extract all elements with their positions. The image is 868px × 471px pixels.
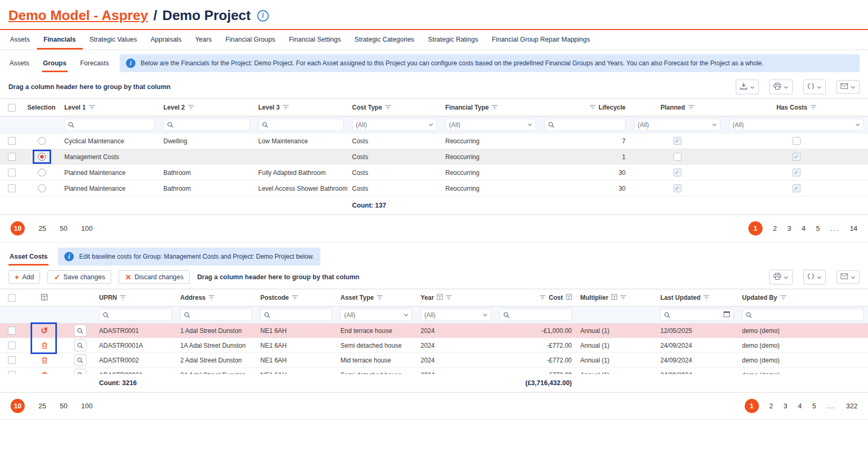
planned-filter-select[interactable]: (All) <box>634 119 720 131</box>
delete-icon[interactable] <box>42 357 47 364</box>
selection-radio[interactable] <box>38 169 46 176</box>
subtab-forecasts[interactable]: Forecasts <box>79 55 110 72</box>
selection-radio[interactable] <box>38 184 46 192</box>
cell-cost[interactable]: -£772.00 <box>495 371 576 375</box>
row-checkbox[interactable] <box>8 137 16 145</box>
col-address[interactable]: Address <box>176 294 256 301</box>
address-filter-input[interactable] <box>180 309 252 321</box>
page-5[interactable]: 5 <box>816 224 820 232</box>
groups-table-row[interactable]: Planned Maintenance Bathroom Level Acces… <box>0 181 868 197</box>
tab-assets[interactable]: Assets <box>3 30 37 50</box>
asset-costs-row[interactable]: ↺ ADASTR0001 1 Adal Street Dunston NE1 6… <box>0 323 868 338</box>
filter-icon[interactable] <box>283 104 289 111</box>
project-info-icon[interactable]: i <box>257 10 269 22</box>
col-year[interactable]: Year <box>416 294 495 301</box>
updated-by-filter-input[interactable] <box>742 309 864 321</box>
cost-filter-input[interactable] <box>500 309 572 321</box>
page-size-10[interactable]: 10 <box>11 221 25 235</box>
asset-costs-row[interactable]: ADASTR0002 2 Adal Street Dunston NE1 6AH… <box>0 353 868 368</box>
tab-financial-settings[interactable]: Financial Settings <box>282 30 348 50</box>
filter-icon[interactable] <box>704 294 709 301</box>
row-checkbox[interactable] <box>8 153 16 161</box>
calendar-icon[interactable] <box>724 311 730 319</box>
asset-costs-drag-hint[interactable]: Drag a column header here to group by th… <box>197 273 359 281</box>
financial-type-filter-select[interactable]: (All) <box>445 119 536 131</box>
undo-icon[interactable]: ↺ <box>41 327 47 335</box>
cell-cost[interactable]: -£772.00 <box>495 357 576 364</box>
mail-export-button[interactable] <box>836 270 860 284</box>
filter-icon[interactable] <box>446 294 452 301</box>
page-size-50[interactable]: 50 <box>60 402 67 410</box>
year-filter-select[interactable]: (All) <box>421 309 491 321</box>
filter-icon[interactable] <box>188 104 194 111</box>
tab-years[interactable]: Years <box>188 30 219 50</box>
row-checkbox[interactable] <box>8 371 16 374</box>
groups-table-row[interactable]: Cyclical Maintenance Dwelling Low Mainte… <box>0 133 868 149</box>
page-size-10[interactable]: 10 <box>11 399 25 413</box>
breadcrumb-model-link[interactable]: Demo Model - Asprey <box>8 7 148 24</box>
page-4[interactable]: 4 <box>802 224 805 232</box>
filter-icon[interactable] <box>377 294 383 301</box>
col-financial-type[interactable]: Financial Type <box>441 104 540 111</box>
col-asset-type[interactable]: Asset Type <box>336 294 416 301</box>
row-checkbox[interactable] <box>8 184 16 192</box>
filter-icon[interactable] <box>492 104 498 111</box>
filter-icon[interactable] <box>688 104 694 111</box>
asset-costs-row[interactable]: ADASTR0002A 2A Adal Street Dunston NE1 6… <box>0 368 868 374</box>
page-last[interactable]: 322 <box>846 402 857 410</box>
cell-multiplier[interactable]: Annual (1) <box>576 342 656 349</box>
has-costs-filter-select[interactable]: (All) <box>729 119 864 131</box>
discard-changes-button[interactable]: ✕ Discard changes <box>119 270 190 284</box>
uprn-filter-input[interactable] <box>99 309 172 321</box>
csv-export-button[interactable] <box>803 270 826 284</box>
postcode-filter-input[interactable] <box>260 309 332 321</box>
select-all-checkbox[interactable] <box>8 104 16 112</box>
level2-filter-input[interactable] <box>163 119 250 131</box>
page-size-50[interactable]: 50 <box>60 224 67 232</box>
cell-multiplier[interactable]: Annual (1) <box>576 371 656 375</box>
save-changes-button[interactable]: ✓ Save changes <box>47 270 111 284</box>
filter-icon[interactable] <box>620 294 626 301</box>
col-has-costs[interactable]: Has Costs <box>725 104 868 111</box>
print-button[interactable] <box>769 270 793 284</box>
filter-icon[interactable] <box>811 104 816 111</box>
filter-icon[interactable] <box>209 294 214 301</box>
row-checkbox[interactable] <box>8 356 16 364</box>
view-asset-button[interactable] <box>74 354 86 366</box>
filter-icon[interactable] <box>781 294 786 301</box>
row-checkbox[interactable] <box>8 169 16 176</box>
cell-multiplier[interactable]: Annual (1) <box>576 327 656 335</box>
col-level2[interactable]: Level 2 <box>159 104 254 111</box>
page-size-100[interactable]: 100 <box>81 224 93 232</box>
page-2[interactable]: 2 <box>773 224 777 232</box>
filter-icon[interactable] <box>89 104 95 111</box>
cell-cost[interactable]: -£1,000.00 <box>495 327 576 335</box>
last-updated-filter-input[interactable] <box>660 309 734 321</box>
page-size-25[interactable]: 25 <box>38 402 46 410</box>
page-size-100[interactable]: 100 <box>81 402 93 410</box>
cell-cost[interactable]: -£772.00 <box>495 342 576 349</box>
col-uprn[interactable]: UPRN <box>95 294 176 301</box>
groups-drag-hint[interactable]: Drag a column header here to group by th… <box>8 83 171 91</box>
page-3[interactable]: 3 <box>787 224 791 232</box>
select-all-checkbox[interactable] <box>8 294 16 302</box>
col-planned[interactable]: Planned <box>630 104 725 111</box>
page-size-25[interactable]: 25 <box>38 224 46 232</box>
col-multiplier[interactable]: Multiplier <box>576 294 656 301</box>
subtab-assets[interactable]: Assets <box>8 55 31 72</box>
page-5[interactable]: 5 <box>812 402 816 410</box>
page-4[interactable]: 4 <box>798 402 802 410</box>
asset-type-filter-select[interactable]: (All) <box>340 309 412 321</box>
export-button[interactable] <box>736 80 759 94</box>
view-asset-button[interactable] <box>74 339 86 351</box>
delete-icon[interactable] <box>42 372 47 375</box>
page-1[interactable]: 1 <box>745 399 759 413</box>
tab-financial-group-repair-mappings[interactable]: Financial Group Repair Mappings <box>485 30 597 50</box>
col-postcode[interactable]: Postcode <box>256 294 336 301</box>
csv-export-button[interactable] <box>803 80 826 94</box>
filter-icon[interactable] <box>120 294 126 301</box>
page-1[interactable]: 1 <box>748 221 763 235</box>
page-3[interactable]: 3 <box>784 402 787 410</box>
col-last-updated[interactable]: Last Updated <box>656 294 738 301</box>
view-asset-button[interactable] <box>74 369 86 374</box>
